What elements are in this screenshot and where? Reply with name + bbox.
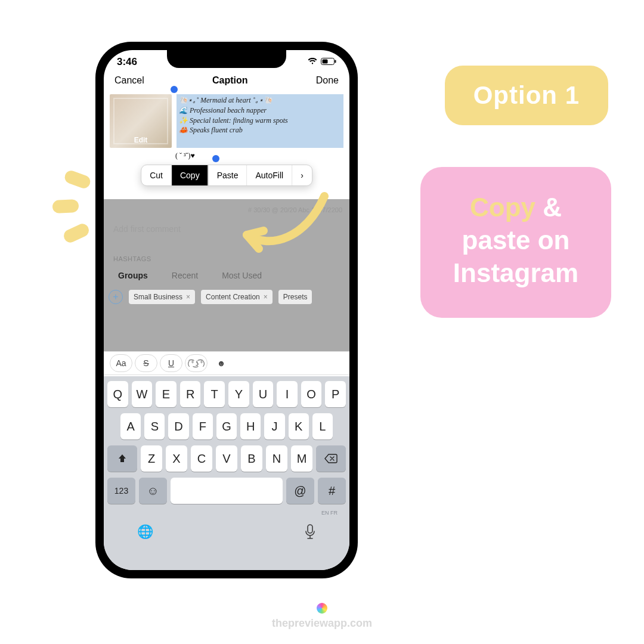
sparkle-accent xyxy=(41,173,94,244)
key-q[interactable]: Q xyxy=(107,381,128,407)
caption-extra-line: ( ˘ ³˘)♥ xyxy=(104,150,349,162)
text-context-menu: Cut Copy Paste AutoFill › xyxy=(141,165,312,186)
key-n[interactable]: N xyxy=(266,445,287,472)
context-paste[interactable]: Paste xyxy=(209,165,247,185)
keyboard-lang-indicator: EN FR xyxy=(107,510,346,518)
keyboard-bottom-row: 🌐 xyxy=(107,518,346,543)
key-hash[interactable]: # xyxy=(318,478,346,504)
option-badge: Option 1 xyxy=(445,66,608,125)
nav-bar: Cancel Caption Done xyxy=(104,69,349,92)
svg-rect-1 xyxy=(323,60,328,64)
caption-textarea[interactable]: 🐚⋆｡˚ Mermaid at heart ˚｡⋆🐚 🌊 Professiona… xyxy=(177,94,343,148)
status-indicators xyxy=(308,57,336,67)
key-o[interactable]: O xyxy=(301,381,322,407)
mic-icon[interactable] xyxy=(304,524,316,543)
watermark-text: thepreviewapp.com xyxy=(272,617,372,629)
key-c[interactable]: C xyxy=(191,445,212,472)
format-underline-button[interactable]: U xyxy=(160,354,182,372)
status-time: 3:46 xyxy=(117,56,137,68)
tab-groups[interactable]: Groups xyxy=(118,271,148,280)
caption-line-4: 🦀 Speaks fluent crab xyxy=(179,125,341,135)
chip-remove-icon[interactable]: × xyxy=(186,293,190,301)
chip-remove-icon[interactable]: × xyxy=(264,293,268,301)
selection-handle-end[interactable] xyxy=(212,155,219,162)
keyboard-row-2: ASDFGHJKL xyxy=(107,413,346,439)
key-w[interactable]: W xyxy=(132,381,153,407)
key-p[interactable]: P xyxy=(325,381,346,407)
key-s[interactable]: S xyxy=(144,413,165,439)
instruction-amp: & xyxy=(543,193,562,222)
context-cut[interactable]: Cut xyxy=(141,165,172,185)
key-x[interactable]: X xyxy=(166,445,187,472)
key-backspace[interactable] xyxy=(316,445,346,472)
caption-line-2: 🌊 Professional beach napper xyxy=(179,106,341,116)
post-thumbnail[interactable]: Edit xyxy=(110,94,172,148)
ios-keyboard: QWERTYUIOP ASDFGHJKL ZXCVBNM 123 ☺ @ # E… xyxy=(104,376,349,570)
key-a[interactable]: A xyxy=(120,413,141,439)
instruction-card: Copy & paste on Instagram xyxy=(420,167,611,318)
key-e[interactable]: E xyxy=(156,381,177,407)
watermark: thepreviewapp.com xyxy=(272,603,372,630)
instruction-copy-word: Copy xyxy=(470,193,535,222)
key-k[interactable]: K xyxy=(289,413,309,439)
key-space[interactable] xyxy=(171,478,283,504)
done-button[interactable]: Done xyxy=(316,75,339,86)
caption-line-3: ✨ Special talent: finding warm spots xyxy=(179,116,341,126)
key-f[interactable]: F xyxy=(193,413,213,439)
key-r[interactable]: R xyxy=(180,381,201,407)
phone-notch xyxy=(167,50,286,68)
format-kaomoji-button[interactable]: ( ͡° ͜ʖ ͡°) xyxy=(185,354,208,372)
key-z[interactable]: Z xyxy=(141,445,162,472)
key-numbers[interactable]: 123 xyxy=(107,478,135,504)
format-font-button[interactable]: Aa xyxy=(110,354,132,372)
key-emoji[interactable]: ☺ xyxy=(139,478,167,504)
caption-area: Edit 🐚⋆｡˚ Mermaid at heart ˚｡⋆🐚 🌊 Profes… xyxy=(104,92,349,150)
key-j[interactable]: J xyxy=(264,413,284,439)
hashtag-chip[interactable]: Small Business× xyxy=(129,290,195,304)
watermark-logo-icon xyxy=(317,603,327,614)
key-d[interactable]: D xyxy=(168,413,188,439)
phone-frame: 3:46 Cancel Caption Done Edit 🐚⋆｡˚ Merma… xyxy=(95,42,358,578)
key-l[interactable]: L xyxy=(312,413,333,439)
add-hashtag-button[interactable]: + xyxy=(109,290,123,304)
key-u[interactable]: U xyxy=(253,381,274,407)
hashtag-tabs: Groups Recent Most Used xyxy=(104,267,349,284)
wifi-icon xyxy=(308,57,317,67)
instruction-rest: paste on Instagram xyxy=(453,225,578,287)
hashtag-chip[interactable]: Content Creation× xyxy=(201,290,273,304)
key-v[interactable]: V xyxy=(216,445,237,472)
svg-rect-3 xyxy=(308,525,312,533)
key-h[interactable]: H xyxy=(240,413,261,439)
keyboard-row-1: QWERTYUIOP xyxy=(107,381,346,407)
cancel-button[interactable]: Cancel xyxy=(114,75,144,86)
caption-line-1: 🐚⋆｡˚ Mermaid at heart ˚｡⋆🐚 xyxy=(179,95,341,106)
key-t[interactable]: T xyxy=(204,381,225,407)
hashtag-chip-row: + Small Business× Content Creation× Pres… xyxy=(104,284,349,310)
keyboard-row-4: 123 ☺ @ # xyxy=(107,478,346,504)
battery-icon xyxy=(321,57,336,67)
context-copy[interactable]: Copy xyxy=(172,165,209,185)
keyboard-row-3: ZXCVBNM xyxy=(107,445,346,472)
svg-rect-2 xyxy=(335,60,336,63)
pointer-arrow xyxy=(235,184,330,256)
key-at[interactable]: @ xyxy=(286,478,314,504)
nav-title: Caption xyxy=(212,75,248,86)
context-autofill[interactable]: AutoFill xyxy=(247,165,292,185)
thumbnail-edit-label: Edit xyxy=(134,136,148,144)
key-b[interactable]: B xyxy=(241,445,262,472)
hashtag-chip[interactable]: Presets xyxy=(278,290,312,304)
phone-screen: 3:46 Cancel Caption Done Edit 🐚⋆｡˚ Merma… xyxy=(104,50,349,570)
selection-handle-start[interactable] xyxy=(171,86,178,93)
format-bar: Aa S U ( ͡° ͜ʖ ͡°) ☻ xyxy=(104,351,349,375)
key-y[interactable]: Y xyxy=(228,381,249,407)
key-shift[interactable] xyxy=(107,445,137,472)
key-g[interactable]: G xyxy=(216,413,237,439)
tab-most-used[interactable]: Most Used xyxy=(222,271,262,280)
context-more[interactable]: › xyxy=(292,165,312,185)
format-emoji-button[interactable]: ☻ xyxy=(210,354,233,372)
key-i[interactable]: I xyxy=(277,381,298,407)
globe-icon[interactable]: 🌐 xyxy=(137,524,153,543)
key-m[interactable]: M xyxy=(291,445,312,472)
format-strike-button[interactable]: S xyxy=(135,354,157,372)
tab-recent[interactable]: Recent xyxy=(172,271,198,280)
